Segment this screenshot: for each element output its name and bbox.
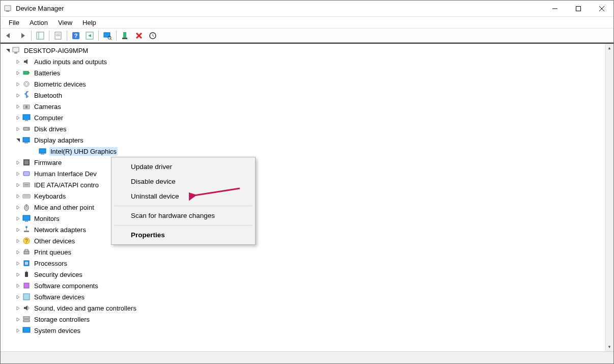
device-tree-node[interactable]: Software devices [2,291,605,302]
context-menu-item[interactable]: Disable device [111,174,255,189]
device-tree-node[interactable]: Mice and other point [2,202,605,213]
menu-view[interactable]: View [54,18,76,27]
device-tree-node[interactable]: Human Interface Dev [2,168,605,179]
scroll-up-arrow[interactable]: ▲ [605,44,613,52]
scan-hardware-button[interactable] [101,30,114,41]
context-menu-item[interactable]: Scan for hardware changes [111,208,255,223]
show-hide-tree-button[interactable] [34,30,46,41]
tree-expander[interactable] [14,226,22,234]
properties-sheet-button[interactable] [52,30,64,41]
tree-expander[interactable] [14,80,22,88]
tree-expander[interactable] [14,91,22,99]
svg-rect-34 [23,137,30,142]
device-tree-node[interactable]: Display adapters [2,134,605,146]
device-tree-node[interactable]: Network adapters [2,224,605,235]
device-tree-node[interactable]: Print queues [2,246,605,258]
device-tree-node[interactable]: Monitors [2,213,605,224]
tree-expander[interactable] [14,203,22,211]
context-menu-item[interactable]: Uninstall device [111,189,255,204]
tree-expander[interactable] [14,304,22,312]
tree-expander[interactable] [14,158,22,166]
tree-expander[interactable] [14,58,22,66]
svg-rect-24 [23,71,29,74]
tree-expander[interactable] [14,102,22,110]
context-menu-item[interactable]: Update driver [111,159,255,174]
tree-expander[interactable] [14,125,22,133]
device-tree-node[interactable]: Batteries [2,67,605,78]
cycle-button[interactable] [147,30,159,41]
device-tree-node[interactable]: Computer [2,112,605,123]
device-tree-node[interactable]: Biometric devices [2,78,605,90]
tree-expander[interactable] [14,136,22,144]
tree-expander[interactable] [14,170,22,178]
tree-label: Batteries [33,69,61,77]
tree-expander[interactable] [14,293,22,301]
tree-expander[interactable] [14,114,22,122]
context-menu-item[interactable]: Properties [111,228,255,242]
tree-expander[interactable] [14,181,22,189]
tree-expander[interactable] [14,282,22,290]
device-tree-node[interactable]: Storage controllers [2,314,605,325]
device-tree-node[interactable]: Security devices [2,269,605,280]
menu-help[interactable]: Help [78,18,100,27]
tree-label: Monitors [33,214,61,223]
cpu-icon [22,259,31,268]
svg-rect-17 [123,32,126,38]
close-button[interactable] [590,1,613,17]
forward-button[interactable] [16,30,29,41]
device-tree-node[interactable]: Bluetooth [2,90,605,101]
vertical-scrollbar[interactable]: ▲ ▼ [605,44,613,351]
device-tree-node[interactable]: Processors [2,258,605,269]
svg-point-59 [26,271,27,272]
maximize-button[interactable] [567,1,590,17]
action-button[interactable] [83,30,96,41]
add-legacy-button[interactable] [119,30,131,41]
menu-file[interactable]: File [5,18,23,27]
uninstall-button[interactable] [133,30,145,41]
tree-label: Software devices [33,293,86,301]
tree-expander[interactable] [14,326,22,334]
svg-rect-6 [37,32,44,39]
tree-expander[interactable] [30,147,38,155]
tree-expander[interactable] [14,315,22,323]
device-tree-node[interactable]: Firmware [2,157,605,168]
context-menu-separator [115,225,252,226]
device-tree-node[interactable]: IDE ATA/ATAPI contro [2,179,605,190]
tree-expander[interactable] [14,259,22,267]
svg-rect-62 [23,317,30,319]
sound-icon [22,303,31,313]
tree-expander[interactable] [14,192,22,200]
device-tree-node[interactable]: Sound, video and game controllers [2,302,605,314]
window-title: Device Manager [16,5,543,12]
device-tree-node[interactable]: Disk drives [2,123,605,134]
tree-expander[interactable] [14,69,22,77]
device-tree-node[interactable]: Software components [2,280,605,291]
tree-label: Audio inputs and outputs [33,58,108,66]
device-tree-node[interactable]: ?Other devices [2,235,605,246]
svg-rect-61 [23,294,30,300]
device-tree-node[interactable]: Cameras [2,101,605,112]
device-tree-node[interactable]: Keyboards [2,190,605,202]
device-tree[interactable]: DESKTOP-AIG9MPMAudio inputs and outputsB… [1,44,605,351]
svg-rect-35 [24,143,28,144]
svg-rect-37 [41,154,44,155]
device-tree-node[interactable]: Audio inputs and outputs [2,56,605,67]
back-button[interactable] [3,30,15,41]
device-tree-node[interactable]: DESKTOP-AIG9MPM [2,45,605,56]
mouse-icon [22,203,31,212]
help-button[interactable]: ? [70,30,82,41]
toolbar-separator [67,31,67,41]
scroll-down-arrow[interactable]: ▼ [605,343,613,351]
menu-action[interactable]: Action [25,18,52,27]
tree-expander[interactable] [4,46,12,54]
disk-icon [22,124,31,133]
device-tree-node[interactable]: System devices [2,325,605,336]
tree-expander[interactable] [14,237,22,245]
device-tree-leaf[interactable]: Intel(R) UHD Graphics [2,146,605,157]
minimize-button[interactable] [543,1,567,17]
tree-expander[interactable] [14,248,22,256]
camera-icon [22,102,31,111]
tree-expander[interactable] [14,214,22,222]
tree-expander[interactable] [14,270,22,278]
tree-label: Computer [33,114,64,122]
